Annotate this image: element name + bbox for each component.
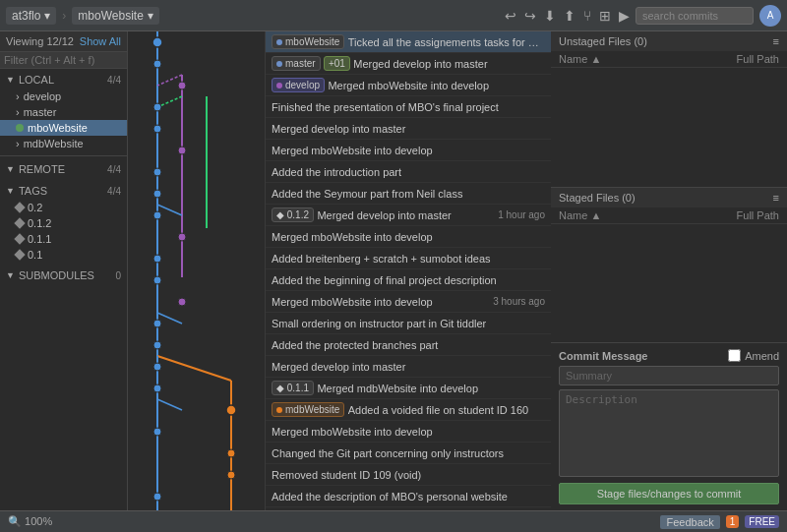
sidebar-tag-02[interactable]: 0.2 — [0, 200, 127, 215]
branch-dot-icon — [276, 39, 282, 45]
svg-point-16 — [178, 147, 186, 154]
sidebar-divider-1 — [0, 155, 127, 156]
summary-input[interactable] — [559, 366, 779, 385]
commit-message-text: Merged mboWebsite into develop — [272, 231, 545, 243]
commit-row[interactable]: Added the description of MBO's personal … — [266, 486, 551, 507]
staged-section: Staged Files (0) ≡ Name ▲ Full Path — [551, 188, 787, 344]
commit-row[interactable]: Merged mboWebsite into develop — [266, 421, 551, 443]
tag-diamond-icon — [14, 233, 25, 244]
commit-row[interactable]: develop Merged mboWebsite into develop — [266, 75, 551, 96]
remote-label: REMOTE — [19, 163, 65, 175]
svg-point-21 — [153, 255, 161, 263]
bottom-bar-left: 🔍 100% — [8, 515, 52, 528]
search-input[interactable] — [636, 7, 754, 25]
filter-input[interactable] — [4, 54, 128, 66]
sidebar-item-develop[interactable]: › develop — [0, 89, 127, 104]
tag-diamond-icon — [14, 202, 25, 212]
show-all-link[interactable]: Show All — [80, 35, 121, 47]
svg-point-22 — [153, 276, 161, 284]
commit-row[interactable]: Added the beginning of final project des… — [266, 269, 551, 291]
svg-point-15 — [153, 125, 161, 133]
commit-row[interactable]: Added the introduction part — [266, 161, 551, 183]
commit-row[interactable]: Added the Seymour part from Neil class — [266, 183, 551, 205]
sidebar-item-mbowebsite[interactable]: mboWebsite — [0, 120, 127, 136]
svg-line-9 — [157, 399, 182, 410]
svg-point-26 — [153, 363, 161, 371]
commit-message-text: Added the Seymour part from Neil class — [272, 188, 545, 200]
brand-selector[interactable]: at3flo ▾ — [6, 7, 56, 25]
commit-message-text: Merged develop into master — [272, 123, 545, 135]
svg-point-24 — [153, 320, 161, 327]
terminal-button[interactable]: ▶ — [619, 8, 630, 24]
undo-button[interactable]: ↩ — [505, 8, 516, 24]
commit-row[interactable]: master +01 Merged develop into master — [266, 53, 551, 75]
commit-row[interactable]: Merged mboWebsite into develop 3 hours a… — [266, 291, 551, 313]
feedback-button[interactable]: Feedback — [660, 515, 719, 529]
remote-section: ▼ REMOTE 4/4 — [0, 158, 127, 180]
branch-dot-icon — [276, 83, 282, 89]
redo-button[interactable]: ↪ — [524, 8, 536, 24]
sidebar-tag-012[interactable]: 0.1.2 — [0, 215, 127, 231]
commit-row[interactable]: ◆ 0.1.1 Merged mdbWebsite into develop — [266, 378, 551, 399]
sidebar-item-mdbwebsite[interactable]: › mdbWebsite — [0, 136, 127, 151]
stage-button[interactable]: Stage files/changes to commit — [559, 483, 779, 504]
commit-message-text: Merged mboWebsite into develop — [272, 426, 545, 438]
tags-section-header[interactable]: ▼ TAGS 4/4 — [0, 182, 127, 200]
commit-time: 3 hours ago — [493, 296, 545, 307]
tags-arrow-icon: ▼ — [6, 186, 15, 196]
amend-checkbox-input[interactable] — [728, 349, 741, 362]
svg-point-29 — [153, 428, 161, 436]
sidebar-header: Viewing 12/12 Show All — [0, 31, 127, 52]
commit-row[interactable]: Changed the Git part concerning only ins… — [266, 443, 551, 464]
push-button[interactable]: ⬆ — [564, 8, 575, 24]
unstaged-header: Unstaged Files (0) ≡ — [551, 31, 787, 51]
commit-row[interactable]: ◆ 0.1.2 Merged develop into master 1 hou… — [266, 205, 551, 226]
commit-message-text: Merged mdbWebsite into develop — [317, 383, 545, 394]
commit-row[interactable]: Added breitenberg + scratch + sumobot id… — [266, 248, 551, 269]
branch-label-master: master — [272, 56, 321, 71]
commit-time: 1 hour ago — [498, 209, 545, 220]
fetch-button[interactable]: ⬇ — [544, 8, 556, 24]
notification-badge: 1 — [726, 515, 740, 528]
commit-row[interactable]: mboWebsite Ticked all the assignements t… — [266, 31, 551, 53]
local-section-header[interactable]: ▼ LOCAL 4/4 — [0, 71, 127, 89]
sidebar-tag-01[interactable]: 0.1 — [0, 247, 127, 263]
graph-container — [128, 31, 266, 510]
remote-section-header[interactable]: ▼ REMOTE 4/4 — [0, 160, 127, 178]
tags-section: ▼ TAGS 4/4 0.2 0.1.2 0.1.1 0.1 — [0, 180, 127, 265]
bottom-bar: 🔍 100% Feedback 1 FREE — [0, 510, 787, 532]
local-label: LOCAL — [19, 74, 54, 86]
commit-row[interactable]: Finished the presentation of MBO's final… — [266, 96, 551, 118]
repo-dropdown-icon: ▾ — [148, 9, 153, 23]
sidebar-tag-011[interactable]: 0.1.1 — [0, 231, 127, 247]
user-avatar[interactable]: A — [759, 5, 781, 27]
commit-row[interactable]: Small ordering on instructor part in Git… — [266, 313, 551, 334]
staged-list-icon: ≡ — [773, 192, 779, 204]
repo-selector[interactable]: mboWebsite ▾ — [72, 7, 158, 25]
center-area: mboWebsite Ticked all the assignements t… — [128, 31, 551, 510]
repo-name: mboWebsite — [78, 9, 143, 23]
local-section: ▼ LOCAL 4/4 › develop › master mboWebsit… — [0, 69, 127, 153]
unstaged-cols: Name ▲ Full Path — [551, 51, 787, 68]
commit-row[interactable]: mdbWebsite Added a voided file on studen… — [266, 399, 551, 421]
commit-row[interactable]: Merged develop into master — [266, 118, 551, 140]
branch-label-develop: develop — [272, 78, 325, 92]
submodules-section-header[interactable]: ▼ SUBMODULES 0 — [0, 266, 127, 284]
amend-checkbox[interactable]: Amend — [728, 349, 779, 362]
stash-button[interactable]: ⊞ — [599, 8, 611, 24]
commit-message-text: Added the protected branches part — [272, 339, 545, 351]
commit-row[interactable]: Merged mboWebsite into develop — [266, 140, 551, 161]
svg-point-12 — [153, 60, 161, 68]
commit-row[interactable]: Removed student ID 109 (void) — [266, 464, 551, 486]
sidebar-item-master[interactable]: › master — [0, 104, 127, 120]
svg-point-25 — [153, 341, 161, 349]
branch-button[interactable]: ⑂ — [583, 8, 591, 24]
commit-message-text: Added the description of MBO's personal … — [272, 491, 545, 502]
commit-message-section: Commit Message Amend Stage files/changes… — [551, 343, 787, 510]
local-count: 4/4 — [107, 75, 121, 86]
commit-row[interactable]: Added the protected branches part — [266, 334, 551, 356]
commit-message-text: Merged mboWebsite into develop — [272, 145, 545, 156]
commit-row[interactable]: Merged mboWebsite into develop — [266, 226, 551, 248]
commit-row[interactable]: Merged develop into master — [266, 356, 551, 378]
description-input[interactable] — [559, 389, 779, 477]
